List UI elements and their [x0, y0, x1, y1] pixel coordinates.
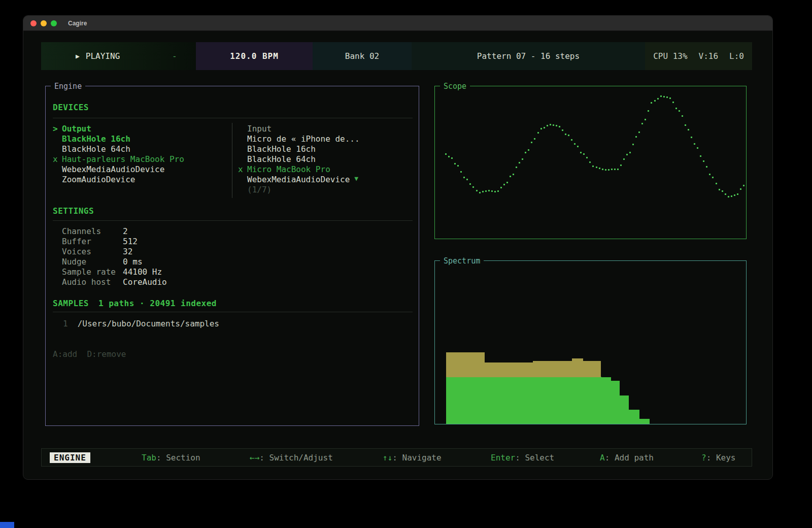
scope-dot: [500, 187, 502, 188]
scope-dot: [669, 97, 671, 99]
spectrum-band-level: [446, 377, 601, 424]
scope-waveform: [435, 86, 746, 239]
scope-dot: [740, 188, 741, 190]
help-label: : Navigate: [392, 453, 441, 463]
help-item: A: Add path: [600, 449, 654, 466]
scope-dot: [485, 190, 487, 192]
device-item[interactable]: BlackHole 16ch: [238, 144, 411, 154]
help-key: Enter: [491, 453, 515, 463]
setting-row[interactable]: Nudge0 ms: [62, 257, 265, 267]
settings-separator: [53, 220, 413, 221]
scope-dot: [547, 125, 548, 126]
setting-row[interactable]: Voices32: [62, 247, 265, 257]
sample-path-row[interactable]: 1/Users/bubo/Documents/samples: [63, 319, 219, 328]
device-item[interactable]: xMicro MacBook Pro: [238, 164, 411, 175]
scope-dot: [506, 182, 508, 183]
pattern-display[interactable]: Pattern 07 - 16 steps: [412, 42, 645, 70]
device-item[interactable]: BlackHole 64ch: [53, 144, 225, 154]
device-item[interactable]: WebexMediaAudioDevice: [53, 164, 225, 175]
scope-dot: [700, 155, 701, 157]
spectrum-band-level: [601, 377, 611, 424]
scope-dot: [691, 137, 692, 138]
setting-label: Nudge: [62, 257, 86, 267]
app-window: Cagire ▶ PLAYING - 120.0 BPM Bank 02 Pat…: [23, 15, 773, 480]
scope-dot: [472, 186, 474, 188]
titlebar: Cagire: [23, 16, 772, 31]
spectrum-band-level: [611, 381, 620, 424]
scope-dot: [556, 125, 557, 126]
scope-dot: [641, 123, 643, 124]
active-device-marker: [238, 154, 247, 164]
device-name: BlackHole 16ch: [62, 134, 130, 144]
devices-heading: DEVICES: [53, 103, 89, 112]
scope-dot: [488, 190, 490, 191]
device-column-header[interactable]: Input: [238, 124, 411, 134]
zoom-button[interactable]: [51, 20, 57, 26]
device-name: BlackHole 64ch: [247, 154, 316, 164]
device-name: Micro de « iPhone de...: [247, 134, 360, 144]
close-button[interactable]: [30, 20, 37, 26]
setting-row[interactable]: Buffer512: [62, 237, 265, 247]
scope-dot: [666, 96, 668, 98]
help-item: ?: Keys: [701, 449, 735, 466]
samples-meta: 1 paths · 20491 indexed: [98, 299, 217, 308]
scope-dot: [476, 190, 478, 191]
scope-dot: [645, 119, 646, 120]
scope-dot: [648, 110, 649, 112]
scope-dot: [694, 143, 695, 145]
scope-dot: [562, 129, 563, 131]
samples-separator: [53, 312, 413, 312]
setting-label: Audio host: [62, 277, 111, 287]
play-status[interactable]: ▶ PLAYING -: [41, 42, 196, 70]
scope-dot: [685, 124, 686, 126]
bank-display[interactable]: Bank 02: [313, 42, 412, 70]
scope-dot: [571, 139, 572, 141]
device-item[interactable]: Micro de « iPhone de...: [238, 134, 411, 144]
scope-dot: [734, 194, 735, 196]
setting-row[interactable]: Sample rate44100 Hz: [62, 267, 265, 277]
minimize-button[interactable]: [41, 20, 47, 26]
scope-dot: [592, 166, 594, 167]
device-item[interactable]: ZoomAudioDevice: [53, 175, 225, 185]
spectrum-band-peak: [485, 362, 533, 377]
settings-heading: SETTINGS: [53, 206, 94, 216]
help-item: ↑↓: Navigate: [383, 449, 442, 466]
scope-dot: [743, 185, 745, 186]
engine-panel-title: Engine: [51, 81, 85, 91]
device-column-header[interactable]: >Output: [53, 124, 225, 134]
setting-row[interactable]: Channels2: [62, 226, 265, 237]
active-device-marker: [238, 134, 247, 144]
transport-bar: ▶ PLAYING - 120.0 BPM Bank 02 Pattern 07…: [41, 42, 752, 70]
settings-list: Channels2Buffer512Voices32Nudge0 msSampl…: [62, 226, 265, 287]
scope-dot: [451, 157, 453, 159]
setting-row[interactable]: Audio hostCoreAudio: [62, 277, 265, 287]
device-item[interactable]: WebexMediaAudioDevice▼: [238, 175, 411, 185]
scope-dot: [675, 108, 677, 109]
scope-dot: [568, 135, 569, 136]
spectrum-band-peak: [533, 361, 572, 377]
spectrum-panel: Spectrum: [434, 260, 747, 424]
active-device-marker: [53, 144, 62, 154]
devices-separator: [53, 118, 413, 118]
help-item: Tab: Section: [142, 449, 200, 466]
scope-dot: [525, 152, 526, 153]
device-column-divider: [232, 123, 232, 198]
cursor-marker: [238, 124, 247, 134]
scope-dot: [731, 195, 732, 197]
scope-dot: [544, 127, 545, 128]
device-item[interactable]: BlackHole 16ch: [53, 134, 225, 144]
scope-dot: [519, 162, 520, 163]
bpm-display[interactable]: 120.0 BPM: [196, 42, 313, 70]
setting-value: 44100 Hz: [123, 267, 162, 277]
scope-dot: [445, 153, 447, 155]
device-item[interactable]: xHaut-parleurs MacBook Pro: [53, 154, 225, 164]
device-item[interactable]: BlackHole 64ch: [238, 154, 411, 164]
desktop-background-corner: [0, 522, 14, 528]
help-label: : Keys: [706, 453, 736, 463]
metronome-indicator: -: [172, 51, 177, 61]
scope-dot: [469, 183, 471, 185]
active-device-marker: x: [53, 154, 62, 164]
system-stats: CPU 13% V:16 L:0: [645, 42, 752, 70]
scope-dot: [580, 152, 582, 153]
scope-dot: [565, 134, 566, 135]
